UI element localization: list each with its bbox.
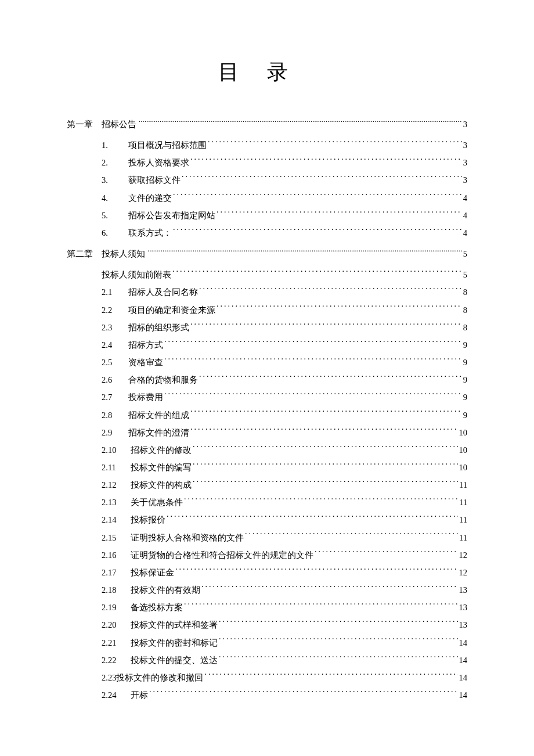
chapter-title: 招标公告 <box>102 116 136 133</box>
title-char-1: 目 <box>218 60 267 84</box>
item-number: 2. <box>102 154 128 171</box>
item-number: 2.8 <box>102 406 128 424</box>
toc-item-row: 5.招标公告发布指定网站4 <box>67 207 467 224</box>
item-text: 招标文件的澄清 <box>128 424 189 441</box>
toc-leader <box>184 497 458 506</box>
chapter-title: 投标人须知 <box>102 245 145 262</box>
item-text: 投标人资格要求 <box>128 154 189 171</box>
item-number: 2.11 <box>102 459 131 476</box>
toc-leader <box>217 304 462 313</box>
item-text: 投标人须知前附表 <box>102 266 171 283</box>
toc-leader <box>182 175 462 183</box>
item-page: 9 <box>463 371 467 388</box>
toc-item-row: 2.12投标文件的构成11 <box>67 476 467 494</box>
item-text: 联系方式： <box>128 224 172 242</box>
toc-item-row: 2.19备选投标方案13 <box>67 599 467 616</box>
item-page: 4 <box>463 224 467 242</box>
item-number: 2.6 <box>102 371 128 388</box>
item-text: 招标文件的组成 <box>128 406 189 424</box>
item-number: 1. <box>102 136 128 154</box>
toc-leader <box>193 480 458 488</box>
item-text: 招标方式 <box>128 336 163 354</box>
item-page: 13 <box>459 616 468 633</box>
toc-item-row: 2.14投标报价11 <box>67 511 467 528</box>
item-text: 备选投标方案 <box>131 599 183 616</box>
item-page: 11 <box>459 494 467 511</box>
toc-leader <box>172 269 462 278</box>
toc-item-row: 2.11投标文件的编写10 <box>67 459 467 476</box>
item-page: 9 <box>463 336 467 354</box>
item-page: 14 <box>459 634 468 651</box>
item-page: 13 <box>459 581 468 599</box>
toc-item-row: 2.8招标文件的组成9 <box>67 406 467 424</box>
item-number: 3. <box>102 171 128 189</box>
item-text: 投标文件的编写 <box>131 459 192 476</box>
toc-leader <box>164 339 462 348</box>
item-page: 14 <box>459 686 468 704</box>
item-number: 2.5 <box>102 354 128 371</box>
toc-leader <box>245 532 458 541</box>
item-number: 2.10 <box>102 441 131 459</box>
item-text: 获取招标文件 <box>128 171 181 189</box>
toc-leader <box>190 409 462 418</box>
toc-item-row: 2.3招标的组织形式8 <box>67 319 467 336</box>
item-number: 2.14 <box>102 511 131 528</box>
toc-leader <box>164 357 462 366</box>
item-text: 文件的递交 <box>128 189 172 207</box>
item-page: 9 <box>463 354 467 371</box>
item-page: 4 <box>463 207 467 224</box>
toc-leader <box>193 462 458 470</box>
toc-leader <box>173 227 462 236</box>
item-number: 2.17 <box>102 564 131 581</box>
item-page: 12 <box>459 564 468 581</box>
item-page: 10 <box>459 441 468 459</box>
toc-title: 目录 <box>67 58 467 87</box>
toc-leader <box>190 322 462 330</box>
toc-item-row: 2.17投标保证金12 <box>67 564 467 581</box>
toc-leader <box>190 157 462 166</box>
toc-leader <box>219 654 458 663</box>
item-number: 2.4 <box>102 336 128 354</box>
item-number: 2.23 <box>102 669 116 686</box>
toc-chapter-row: 第二章投标人须知5 <box>67 245 467 262</box>
item-page: 4 <box>463 189 467 207</box>
toc-leader <box>184 602 458 611</box>
toc-item-row: 2.9招标文件的澄清10 <box>67 424 467 441</box>
toc-leader <box>167 514 458 523</box>
toc-item-row: 2.7投标费用9 <box>67 388 467 406</box>
item-number: 4. <box>102 189 128 207</box>
toc-leader <box>139 119 462 128</box>
document-page: 目录 第一章招标公告31.项目概况与招标范围32.投标人资格要求33.获取招标文… <box>0 0 534 750</box>
item-page: 8 <box>463 319 467 336</box>
item-number: 2.18 <box>102 581 131 599</box>
item-text: 投标费用 <box>128 388 163 406</box>
item-page: 9 <box>463 388 467 406</box>
toc-item-row: 2.1招标人及合同名称8 <box>67 283 467 301</box>
chapter-label: 第一章 <box>67 116 102 133</box>
toc-leader <box>219 620 458 628</box>
item-page: 3 <box>463 136 467 154</box>
item-page: 8 <box>463 283 467 301</box>
toc-item-row: 2.23 投标文件的修改和撤回14 <box>67 669 467 686</box>
toc-item-row: 6.联系方式：4 <box>67 224 467 242</box>
chapter-page: 5 <box>463 245 467 262</box>
toc-item-row: 2.6合格的货物和服务9 <box>67 371 467 388</box>
item-number: 5. <box>102 207 128 224</box>
item-page: 3 <box>463 171 467 189</box>
item-page: 11 <box>459 529 467 546</box>
item-number: 2.22 <box>102 651 131 669</box>
toc-leader <box>199 287 462 296</box>
toc-leader <box>315 549 458 558</box>
toc-leader <box>219 637 458 646</box>
item-text: 证明投标人合格和资格的文件 <box>131 529 244 546</box>
toc-item-row: 1.项目概况与招标范围3 <box>67 136 467 154</box>
item-page: 3 <box>463 154 467 171</box>
item-text: 投标文件的修改和撤回 <box>116 669 203 686</box>
item-number: 2.20 <box>102 616 131 633</box>
item-number: 2.16 <box>102 546 131 564</box>
toc-item-row: 2.15证明投标人合格和资格的文件11 <box>67 529 467 546</box>
toc-leader <box>190 427 458 435</box>
item-page: 11 <box>459 476 467 494</box>
item-number: 2.2 <box>102 301 128 319</box>
item-text: 招标公告发布指定网站 <box>128 207 215 224</box>
